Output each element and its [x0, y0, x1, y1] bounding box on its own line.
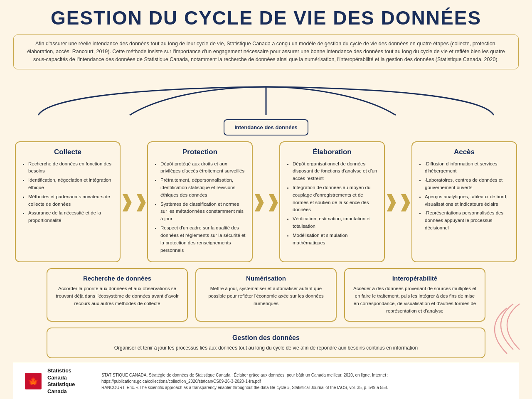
box-numerisation-text: Mettre à jour, systématiser et automatis…: [203, 285, 329, 307]
gestion-text: Organiser et tenir à jour les processus …: [57, 344, 475, 352]
list-item: Recherche de données en fonction des bes…: [28, 160, 114, 175]
arrow-1: ❱❱: [126, 141, 141, 263]
col-collecte: Collecte Recherche de données en fonctio…: [15, 141, 121, 263]
list-item: Prétraitement, dépersonnalisation, ident…: [160, 177, 246, 199]
list-item: Aperçus analytiques, tableaux de bord, v…: [425, 193, 510, 208]
gestion-title: Gestion des données: [57, 334, 475, 342]
intendance-box: Intendance des données: [224, 119, 308, 135]
col-elaboration-list: Dépôt organisationnel de données disposa…: [286, 160, 378, 247]
brand-fr: Statistique Canada: [47, 381, 91, 395]
col-protection: Protection Dépôt protégé aux droits et a…: [147, 141, 253, 263]
maple-leaf-icon: 🍁: [25, 372, 42, 390]
list-item: ·Représentations personnalisées des donn…: [425, 209, 510, 232]
col-acces-list: ·Diffusion d'information et services d'h…: [418, 160, 510, 232]
list-item: Systèmes de classification et normes sur…: [160, 201, 246, 223]
footer-brand: Statistics Canada Statistique Canada: [47, 367, 91, 396]
list-item: ·Laboratoires, centres de données et gou…: [425, 177, 510, 192]
list-item: Dépôt organisationnel de données disposa…: [293, 160, 378, 182]
gestion-box: Gestion des données Organiser et tenir à…: [47, 328, 485, 358]
box-recherche-title: Recherche de données: [54, 275, 180, 282]
box-recherche: Recherche de données Accorder la priorit…: [47, 268, 188, 321]
intendance-area: Intendance des données: [13, 74, 519, 135]
col-acces: Accès ·Diffusion d'information et servic…: [411, 141, 517, 263]
list-item: Méthodes et partenariats novateurs de co…: [28, 193, 114, 208]
box-numerisation: Numérisation Mettre à jour, systématiser…: [195, 268, 337, 321]
list-item: Dépôt protégé aux droits et aux privilèg…: [160, 160, 246, 175]
footer-ref1: STATISTIQUE CANADA. Stratégie de données…: [101, 372, 507, 384]
col-acces-title: Accès: [418, 148, 510, 156]
box-interoperabilite-title: Interopérabilité: [352, 275, 478, 282]
footer-inner: 🍁 Statistics Canada Statistique Canada S…: [13, 363, 519, 399]
main-title: GESTION DU CYCLE DE VIE DES DONNÉES: [13, 7, 519, 29]
footer-ref2: RANCOURT, Eric. « The scientific approac…: [101, 384, 507, 391]
box-interoperabilite-text: Accéder à des données provenant de sourc…: [352, 285, 478, 315]
footer-refs: STATISTIQUE CANADA. Stratégie de données…: [101, 372, 507, 391]
box-numerisation-title: Numérisation: [203, 275, 329, 282]
bottom-three: Recherche de données Accorder la priorit…: [13, 268, 519, 321]
list-item: Respect d'un cadre sur la qualité des do…: [160, 224, 246, 254]
arrow-3: ❱❱: [391, 141, 406, 263]
list-item: Vérification, estimation, imputation et …: [293, 215, 378, 230]
four-cols: Collecte Recherche de données en fonctio…: [13, 141, 519, 263]
list-item: Intégration de données au moyen du coupl…: [293, 184, 378, 214]
col-collecte-title: Collecte: [22, 148, 114, 156]
arrow-2: ❱❱: [259, 141, 273, 263]
chevron-icon: ❱❱: [120, 193, 148, 210]
col-protection-title: Protection: [154, 148, 246, 156]
arc-svg: [13, 74, 519, 121]
col-elaboration-title: Élaboration: [286, 148, 378, 156]
svg-text:🍁: 🍁: [27, 376, 39, 387]
footer-area: 🍁 Statistics Canada Statistique Canada S…: [13, 363, 519, 399]
chevron-icon: ❱❱: [252, 193, 280, 210]
list-item: Identification, négociation et intégrati…: [28, 177, 114, 192]
chevron-icon: ❱❱: [384, 193, 412, 210]
intro-box: Afin d'assurer une réelle intendance des…: [13, 34, 519, 69]
col-elaboration: Élaboration Dépôt organisationnel de don…: [279, 141, 385, 263]
box-interoperabilite: Interopérabilité Accéder à des données p…: [344, 268, 485, 321]
brand-en: Statistics Canada: [47, 367, 91, 382]
box-recherche-text: Accorder la priorité aux données et aux …: [54, 285, 180, 307]
list-item: Assurance de la nécessité et de la propo…: [28, 209, 114, 224]
col-protection-list: Dépôt protégé aux droits et aux privilèg…: [154, 160, 246, 254]
list-item: ·Diffusion d'information et services d'h…: [425, 160, 510, 175]
col-collecte-list: Recherche de données en fonction des bes…: [22, 160, 114, 225]
list-item: Modélisation et simulation mathématiques: [293, 232, 378, 247]
gestion-area: Gestion des données Organiser et tenir à…: [13, 328, 519, 358]
